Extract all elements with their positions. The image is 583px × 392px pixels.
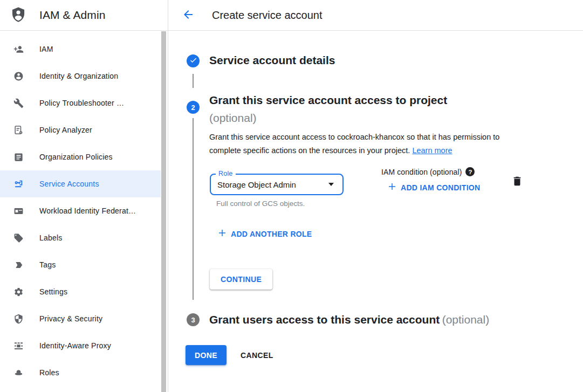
- role-select[interactable]: Role Storage Object Admin: [210, 174, 344, 195]
- learn-more-link[interactable]: Learn more: [412, 146, 452, 155]
- sidebar-item-workload-identity-federation[interactable]: Workload Identity Federat…: [0, 197, 161, 224]
- step2-number: 2: [191, 104, 195, 112]
- plus-icon: [217, 228, 231, 239]
- done-button[interactable]: DONE: [186, 345, 227, 365]
- iam-condition-label: IAM condition (optional): [381, 168, 462, 176]
- hat-icon: [13, 367, 24, 378]
- iam-condition-block: IAM condition (optional) ? ADD IAM CONDI…: [381, 167, 480, 193]
- sidebar-item-label: Policy Analyzer: [39, 126, 92, 134]
- sidebar-item-label: Service Accounts: [39, 180, 99, 188]
- sidebar-header: IAM & Admin: [0, 0, 168, 31]
- step2-title: Grant this service account access to pro…: [209, 91, 447, 109]
- product-name: IAM & Admin: [39, 9, 105, 22]
- step1-status-circle: [187, 54, 200, 67]
- sidebar-item-policy-troubleshooter[interactable]: Policy Troubleshooter …: [0, 90, 161, 116]
- check-icon: [189, 56, 197, 66]
- step3-optional-label: (optional): [442, 313, 490, 326]
- role-select-value: Storage Object Admin: [217, 180, 328, 189]
- sidebar-item-service-accounts[interactable]: Service Accounts: [0, 170, 161, 197]
- step3-heading: Grant users access to this service accou…: [209, 313, 489, 326]
- sidebar-item-privacy-security[interactable]: Privacy & Security: [0, 305, 161, 332]
- sidebar-item-organization-policies[interactable]: Organization Policies: [0, 143, 161, 170]
- role-select-label: Role: [216, 170, 236, 177]
- step-connector: [193, 74, 194, 88]
- person-add-icon: [13, 44, 24, 54]
- sidebar-item-labels[interactable]: Labels: [0, 224, 161, 251]
- delete-role-button[interactable]: [511, 175, 524, 188]
- sidebar-item-iam[interactable]: IAM: [0, 36, 161, 63]
- step1-title: Service account details: [209, 54, 335, 67]
- sidebar-item-label: Labels: [39, 233, 62, 242]
- add-another-role-button[interactable]: ADD ANOTHER ROLE: [217, 228, 312, 239]
- sidebar-scrollbar-thumb[interactable]: [161, 31, 166, 392]
- wrench-icon: [13, 98, 24, 108]
- gear-icon: [13, 286, 24, 297]
- step3-title: Grant users access to this service accou…: [209, 313, 440, 326]
- sidebar-item-label: Organization Policies: [39, 153, 113, 161]
- article-icon: [13, 152, 24, 162]
- sidebar-item-label: Identity & Organization: [39, 72, 118, 80]
- iam-admin-shield-icon: [11, 6, 26, 24]
- sidebar-item-label: Settings: [39, 287, 67, 296]
- add-iam-condition-button[interactable]: ADD IAM CONDITION: [387, 182, 480, 193]
- tag-icon: [13, 232, 24, 243]
- sidebar-item-policy-analyzer[interactable]: Policy Analyzer: [0, 116, 161, 143]
- trash-icon: [511, 181, 523, 189]
- sidebar-item-roles[interactable]: Roles: [0, 359, 161, 386]
- chevron-down-icon: [328, 183, 334, 186]
- step2-heading: Grant this service account access to pro…: [209, 91, 447, 127]
- sidebar-item-label: IAM: [39, 45, 53, 53]
- page-header: Create service account: [168, 0, 583, 31]
- page-title: Create service account: [212, 9, 323, 22]
- arrow-tag-icon: [13, 259, 24, 270]
- sidebar-item-label: Workload Identity Federat…: [39, 207, 136, 215]
- sidebar-item-label: Privacy & Security: [39, 314, 102, 323]
- step3-number-circle: 3: [187, 313, 200, 326]
- shield-half-icon: [13, 313, 24, 324]
- step2-description: Grant this service account access to coc…: [209, 130, 533, 157]
- sidebar-item-label: Tags: [39, 260, 56, 269]
- document-search-icon: [13, 125, 24, 135]
- proxy-gateway-icon: [13, 340, 24, 351]
- step2-number-circle: 2: [187, 101, 200, 114]
- sidebar-item-settings[interactable]: Settings: [0, 278, 161, 305]
- sidebar-item-tags[interactable]: Tags: [0, 251, 161, 278]
- sidebar-item-identity-organization[interactable]: Identity & Organization: [0, 63, 161, 90]
- sidebar-nav: IAM Identity & Organization Policy Troub…: [0, 31, 168, 386]
- main-panel: Create service account Service account d…: [168, 0, 583, 392]
- continue-button[interactable]: CONTINUE: [210, 269, 272, 290]
- step-connector: [193, 118, 194, 300]
- sidebar-scrollbar: [161, 31, 167, 392]
- sidebar: IAM & Admin IAM Identity & Organization …: [0, 0, 168, 392]
- back-button[interactable]: [182, 9, 195, 22]
- account-circle-icon: [13, 71, 24, 81]
- arrow-back-icon: [182, 8, 195, 23]
- sidebar-item-label: Policy Troubleshooter …: [39, 99, 124, 107]
- step3-number: 3: [191, 316, 195, 324]
- sidebar-item-label: Roles: [39, 368, 59, 377]
- help-icon[interactable]: ?: [465, 167, 475, 176]
- sidebar-item-identity-aware-proxy[interactable]: Identity-Aware Proxy: [0, 332, 161, 359]
- step2-optional-label: (optional): [209, 109, 447, 127]
- sidebar-item-label: Identity-Aware Proxy: [39, 341, 111, 350]
- plus-icon: [387, 182, 401, 193]
- service-account-key-icon: [13, 178, 24, 189]
- cancel-button[interactable]: CANCEL: [238, 345, 276, 365]
- role-helper-text: Full control of GCS objects.: [216, 200, 305, 208]
- card-icon: [13, 205, 24, 216]
